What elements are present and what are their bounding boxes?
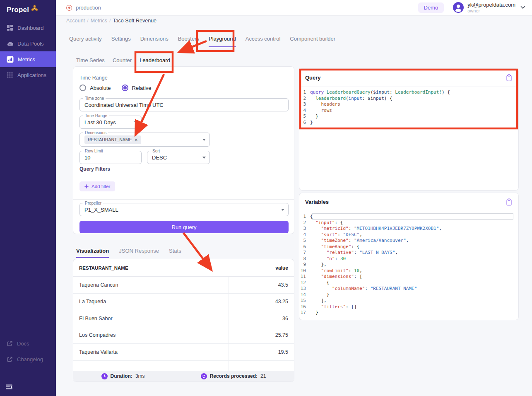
variables-code-editor[interactable]: 1{2 "input": {3 "metricId": "MET01HBHK4P…	[299, 211, 518, 316]
sidebar-item-label: Applications	[17, 72, 46, 78]
code-line: 6 "timeRange": {	[299, 244, 518, 250]
tab-component-builder[interactable]: Component builder	[290, 36, 335, 47]
run-query-button[interactable]: Run query	[79, 221, 289, 233]
cell-value: 43.5	[229, 277, 294, 293]
user-menu[interactable]: yk@propeldata.com owner	[467, 2, 515, 14]
sidebar-collapse-icon[interactable]	[5, 384, 13, 392]
code-line: 4 "sort": "DESC",	[299, 232, 518, 238]
tab-stats[interactable]: Stats	[169, 248, 181, 258]
sidebar-item-label: Data Pools	[17, 41, 44, 47]
query-panel-header: Query	[299, 69, 518, 87]
table-row: La Taqueria43.25	[73, 294, 294, 311]
sidebar-item-label: Metrics	[18, 56, 35, 63]
code-line: 10 "rowLimit": 10,	[299, 268, 518, 274]
clock-icon	[101, 373, 108, 379]
dimensions-select[interactable]: Dimensions RESTAURANT_NAME ✕	[79, 133, 210, 147]
copy-query-button[interactable]	[506, 74, 513, 82]
sidebar-item-applications[interactable]: Applications	[0, 67, 56, 83]
time-range-section-label: Time Range	[79, 75, 108, 81]
breadcrumb-metrics[interactable]: Metrics	[91, 18, 107, 24]
plus-icon	[84, 184, 89, 188]
code-line: 6}	[299, 120, 518, 126]
sidebar-footer: Docs Changelog	[0, 336, 56, 367]
indent-guide	[314, 96, 314, 120]
records-processed-stat: Records processed: 21	[201, 373, 266, 379]
code-line: 8 "n": 30	[299, 256, 518, 262]
table-row: Los Compadres25.75	[73, 327, 294, 344]
copy-variables-button[interactable]	[506, 198, 513, 206]
tab-boosters[interactable]: Boosters	[178, 36, 199, 47]
external-link-icon	[7, 356, 13, 362]
sidebar-item-data-pools[interactable]: Data Pools	[0, 36, 56, 51]
dropdown-caret-icon	[202, 139, 206, 141]
tab-query-activity[interactable]: Query activity	[69, 36, 102, 47]
sidebar-item-docs[interactable]: Docs	[0, 336, 56, 351]
apps-grid-icon	[7, 72, 13, 78]
radio-absolute[interactable]: Absolute	[79, 85, 111, 91]
query-panel-title: Query	[305, 75, 321, 81]
variables-panel-header: Variables	[299, 193, 518, 211]
sidebar: Propel Dashboard	[0, 0, 56, 396]
query-code-editor[interactable]: 1query LeaderboardQuery($input: Leaderbo…	[299, 87, 518, 126]
demo-button[interactable]: Demo	[418, 2, 444, 13]
variables-panel-title: Variables	[305, 199, 329, 205]
tab-playground[interactable]: Playground	[209, 36, 236, 47]
sort-select[interactable]: Sort DESC	[147, 151, 210, 164]
dashboard-icon	[7, 24, 13, 31]
code-line: 3 "metricId": "MET01HBHK4P1VJEBR7ZY0PWK2…	[299, 226, 518, 232]
code-line: 4 rows	[299, 108, 518, 114]
row-limit-input[interactable]: Row Limit 10	[79, 151, 142, 164]
add-filter-button[interactable]: Add filter	[79, 181, 115, 191]
sidebar-item-dashboard[interactable]: Dashboard	[0, 20, 56, 36]
propeller-select[interactable]: Propeller P1_X_SMALL	[79, 203, 289, 216]
cell-value: 19.5	[229, 344, 294, 360]
sidebar-item-label: Dashboard	[17, 25, 44, 31]
breadcrumb: Account/Metrics/Taco Soft Revenue	[66, 18, 156, 24]
sidebar-nav: Dashboard Data Pools Metrics	[0, 20, 56, 83]
main-content: Account/Metrics/Taco Soft Revenue Query …	[56, 16, 532, 396]
table-footer: Duration: 3ms Records processed: 21	[73, 371, 294, 382]
chevron-down-icon[interactable]	[520, 6, 525, 9]
results-table-card: RESTAURANT_NAME value Taqueria Cancun43.…	[73, 259, 294, 382]
environment-selector[interactable]: production	[66, 5, 101, 11]
breadcrumb-account[interactable]: Account	[66, 18, 85, 24]
indent-guide	[314, 220, 314, 310]
table-row: El Buen Sabor36	[73, 310, 294, 327]
code-line: 3 headers	[299, 101, 518, 108]
query-filters-label: Query Filters	[79, 166, 110, 172]
code-line: 9 },	[299, 262, 518, 268]
radio-relative[interactable]: Relative	[122, 85, 152, 91]
table-body: Taqueria Cancun43.5La Taqueria43.25El Bu…	[73, 277, 294, 372]
cell-restaurant-name: Taqueria Vallarta	[73, 344, 229, 360]
code-line: 15 ],	[299, 298, 518, 304]
time-range-select[interactable]: Time Range Last 30 Days	[79, 116, 142, 129]
code-line: 2 leaderboard(input: $input) {	[299, 96, 518, 102]
code-line: 2 "input": {	[299, 220, 518, 226]
dimension-chip: RESTAURANT_NAME ✕	[84, 135, 141, 144]
tab-json-response[interactable]: JSON Response	[119, 248, 159, 258]
table-header-row: RESTAURANT_NAME value	[73, 259, 294, 277]
table-row: Taqueria Cancun43.5	[73, 277, 294, 294]
clipboard-icon	[506, 74, 513, 82]
sidebar-item-changelog[interactable]: Changelog	[0, 351, 56, 367]
sidebar-item-label: Changelog	[17, 356, 43, 362]
metrics-icon	[7, 56, 14, 63]
cell-value: 43.25	[229, 294, 294, 310]
timezone-select[interactable]: Time zone Coordinated Universal Time UTC	[79, 98, 289, 111]
code-line: 1{	[299, 214, 518, 220]
chip-remove-icon[interactable]: ✕	[135, 138, 138, 142]
tab-settings[interactable]: Settings	[111, 36, 131, 47]
avatar[interactable]	[453, 2, 464, 13]
results-tabs: Visualization JSON Response Stats	[76, 248, 181, 258]
code-line: 5 }	[299, 113, 518, 120]
tab-dimensions[interactable]: Dimensions	[140, 36, 169, 47]
propeller-icon	[31, 5, 39, 12]
cell-restaurant-name: El Buen Sabor	[73, 310, 229, 327]
code-line: 12 {	[299, 280, 518, 286]
code-line: 13 "columnName": "RESTAURANT_NAME"	[299, 286, 518, 292]
sidebar-item-metrics[interactable]: Metrics	[0, 51, 56, 67]
cloud-icon	[7, 40, 13, 47]
tab-visualization[interactable]: Visualization	[76, 248, 109, 258]
tab-access-control[interactable]: Access control	[246, 36, 281, 47]
user-email: yk@propeldata.com	[467, 2, 515, 8]
